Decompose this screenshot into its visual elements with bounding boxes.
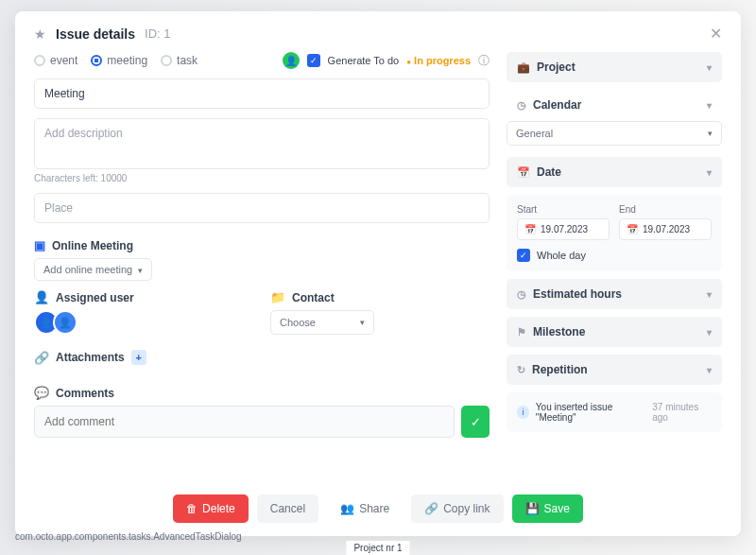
user-icon: 👤: [34, 290, 49, 304]
chevron-down-icon: ▾: [360, 318, 365, 327]
right-column: 💼 Project ▾ ◷ Calendar ▾ General ▾ 📅 Dat…: [507, 52, 722, 481]
chevron-down-icon: ▾: [707, 167, 712, 178]
add-attachment-button[interactable]: +: [131, 350, 146, 365]
activity-log: i You inserted issue "Meeting" 37 minute…: [507, 392, 722, 432]
end-date-value: 19.07.2023: [643, 224, 690, 234]
online-meeting-section: ▣ Online Meeting Add online meeting ▾: [34, 238, 490, 281]
start-date-col: Start 📅 19.07.2023: [517, 204, 610, 240]
issue-type-row: event meeting task 👤 ✓ Generate To do In…: [34, 52, 490, 69]
chars-left-label: Characters left: 10000: [34, 173, 490, 183]
save-icon: 💾: [525, 502, 540, 515]
contact-section: 📁 Contact Choose ▾: [270, 290, 490, 335]
add-online-meeting-label: Add online meeting: [43, 264, 132, 275]
contact-select[interactable]: Choose ▾: [270, 310, 374, 335]
comments-section: 💬 Comments ✓: [34, 386, 490, 438]
star-icon[interactable]: ★: [34, 26, 46, 42]
milestone-label: Milestone: [533, 325, 585, 338]
type-row-right: 👤 ✓ Generate To do In progress ⓘ: [283, 52, 490, 69]
avatar-2[interactable]: 👤: [53, 310, 77, 335]
modal-title: Issue details: [56, 26, 135, 42]
start-date-value: 19.07.2023: [541, 224, 588, 234]
type-task-radio[interactable]: task: [161, 54, 198, 67]
chevron-down-icon: ▾: [707, 100, 712, 111]
comment-input-row: ✓: [34, 406, 490, 438]
trash-icon: 🗑: [186, 502, 198, 515]
calendar-icon: 📅: [517, 166, 530, 179]
status-badge[interactable]: In progress: [406, 55, 471, 66]
modal-header: ★ Issue details ID: 1 ✕: [15, 11, 741, 52]
title-input[interactable]: [34, 78, 490, 109]
modal-body: event meeting task 👤 ✓ Generate To do In…: [15, 52, 741, 481]
copy-label: Copy link: [443, 502, 490, 515]
flag-icon: ⚑: [517, 326, 526, 338]
calendar-value: General: [516, 128, 553, 139]
estimated-label: Estimated hours: [533, 287, 622, 301]
chevron-down-icon: ▾: [707, 62, 712, 73]
online-meeting-title: Online Meeting: [52, 239, 133, 252]
start-date-input[interactable]: 📅 19.07.2023: [517, 218, 610, 240]
milestone-accordion[interactable]: ⚑ Milestone ▾: [507, 317, 722, 347]
modal-footer: 🗑 Delete Cancel 👥 Share 🔗 Copy link 💾 Sa…: [15, 481, 741, 536]
generate-todo-checkbox[interactable]: ✓: [307, 54, 320, 67]
calendar-accordion[interactable]: ◷ Calendar ▾: [507, 90, 722, 113]
description-textarea[interactable]: [34, 118, 490, 169]
left-column: event meeting task 👤 ✓ Generate To do In…: [34, 52, 490, 481]
user-avatar-icon: 👤: [283, 52, 300, 69]
copy-link-button[interactable]: 🔗 Copy link: [411, 494, 503, 523]
delete-button[interactable]: 🗑 Delete: [173, 494, 249, 523]
issue-details-modal: ★ Issue details ID: 1 ✕ event meeting ta…: [15, 11, 741, 536]
close-icon[interactable]: ✕: [710, 25, 722, 43]
add-online-meeting-button[interactable]: Add online meeting ▾: [34, 258, 152, 281]
share-icon: 👥: [340, 502, 354, 515]
date-box: Start 📅 19.07.2023 End 📅 19.07.2023: [507, 195, 722, 271]
info-icon: i: [517, 406, 529, 419]
assigned-avatars: 👤 👤: [34, 310, 253, 335]
calendar-icon: 📅: [627, 224, 638, 234]
activity-text: You inserted issue "Meeting": [536, 402, 645, 423]
place-input[interactable]: [34, 193, 490, 223]
chevron-down-icon: ▾: [707, 365, 712, 375]
save-button[interactable]: 💾 Save: [512, 494, 583, 523]
whole-day-row: ✓ Whole day: [517, 249, 712, 262]
calendar-title: Calendar: [533, 98, 581, 112]
save-label: Save: [544, 502, 570, 515]
bottom-project-label: Project nr 1: [346, 541, 409, 555]
briefcase-icon: 💼: [517, 61, 530, 74]
assigned-user-section: 👤 Assigned user 👤 👤: [34, 290, 253, 335]
whole-day-checkbox[interactable]: ✓: [517, 249, 530, 262]
radio-circle-icon: [91, 55, 102, 66]
comment-send-button[interactable]: ✓: [461, 406, 490, 438]
contact-header: 📁 Contact: [270, 290, 490, 304]
attachments-header: 🔗 Attachments +: [34, 350, 490, 365]
estimated-hours-accordion[interactable]: ◷ Estimated hours ▾: [507, 279, 722, 309]
type-meeting-radio[interactable]: meeting: [91, 54, 147, 67]
whole-day-label: Whole day: [537, 250, 586, 261]
date-accordion[interactable]: 📅 Date ▾: [507, 157, 722, 187]
repetition-accordion[interactable]: ↻ Repetition ▾: [507, 355, 722, 385]
clock-icon: ◷: [517, 99, 526, 112]
cancel-label: Cancel: [270, 502, 305, 515]
comment-input[interactable]: [34, 406, 455, 438]
end-date-input[interactable]: 📅 19.07.2023: [619, 218, 712, 240]
start-label: Start: [517, 204, 610, 215]
share-button[interactable]: 👥 Share: [327, 494, 403, 523]
paperclip-icon: 🔗: [34, 351, 49, 365]
calendar-select[interactable]: General ▾: [507, 121, 722, 146]
type-task-label: task: [177, 54, 198, 67]
comments-header: 💬 Comments: [34, 386, 490, 400]
end-label: End: [619, 204, 712, 215]
contact-select-label: Choose: [280, 317, 316, 328]
type-meeting-label: meeting: [107, 54, 147, 67]
chevron-down-icon: ▾: [707, 327, 712, 338]
date-row: Start 📅 19.07.2023 End 📅 19.07.2023: [517, 204, 712, 240]
link-icon: 🔗: [424, 502, 438, 515]
issue-id: ID: 1: [145, 26, 170, 41]
clock-icon: ◷: [517, 288, 526, 301]
cancel-button[interactable]: Cancel: [257, 494, 318, 523]
type-event-radio[interactable]: event: [34, 54, 77, 67]
type-event-label: event: [50, 54, 77, 67]
radio-circle-icon: [161, 55, 172, 66]
info-icon[interactable]: ⓘ: [478, 53, 490, 69]
project-accordion[interactable]: 💼 Project ▾: [507, 52, 722, 82]
chevron-down-icon: ▾: [138, 266, 143, 275]
